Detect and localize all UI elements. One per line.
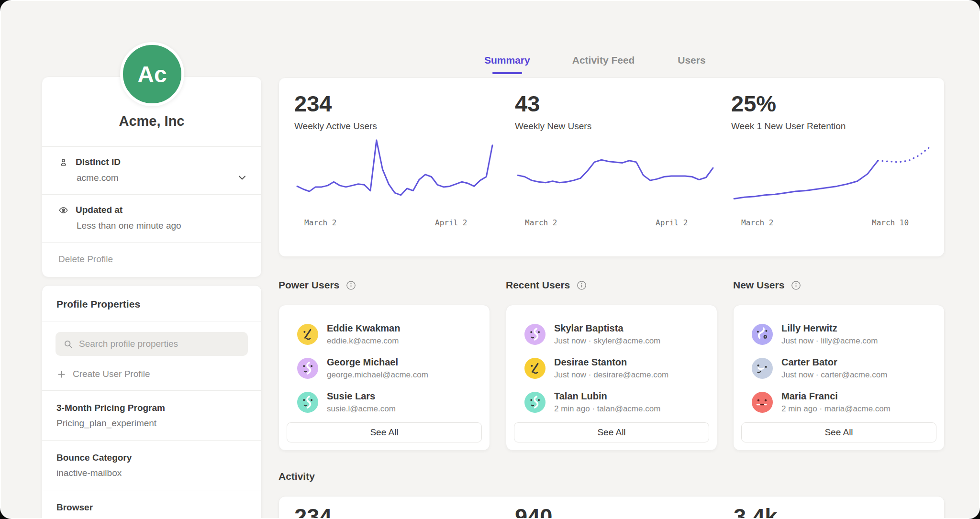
stat-label: Week 1 New User Retention (731, 121, 932, 132)
x-tick: March 10 (872, 218, 909, 227)
updated-at-value: Less than one minute ago (77, 221, 245, 231)
list-item[interactable]: Desirae Stanton Just now · desirare@acme… (524, 357, 699, 380)
user-avatar (752, 358, 773, 379)
property-row[interactable]: Bounce Category inactive-mailbox (42, 441, 261, 490)
property-name: Browser (56, 502, 247, 513)
stat-value: 25% (731, 90, 932, 117)
weekly-active-users-panel: 234 Weekly Active Users March 2 April 2 (294, 78, 495, 230)
stat-value: 234 (294, 90, 495, 117)
user-name: Skylar Baptista (554, 323, 660, 334)
company-avatar-initials: Ac (137, 61, 167, 88)
activity-stat: 3.4k (734, 503, 777, 519)
info-icon[interactable] (791, 280, 801, 290)
list-item[interactable]: Carter Bator Just now · carter@acme.com (752, 357, 926, 380)
user-avatar (524, 324, 546, 345)
x-tick: April 2 (656, 218, 688, 227)
retention-panel: 25% Week 1 New User Retention March 2 Ma… (731, 78, 932, 230)
x-tick: April 2 (435, 218, 467, 227)
summary-stats-card: 234 Weekly Active Users March 2 April 2 … (278, 77, 945, 257)
main-tabs: Summary Activity Feed Users (484, 55, 706, 74)
user-avatar (297, 324, 318, 345)
weekly-new-users-chart (515, 137, 716, 216)
new-users-card: Lilly Herwitz Just now · lilly@acme.com … (733, 305, 945, 451)
create-user-profile-button[interactable]: Create User Profile (42, 359, 261, 391)
see-all-button[interactable]: See All (741, 422, 936, 442)
person-icon (58, 157, 68, 167)
profile-properties-search[interactable] (56, 332, 248, 356)
activity-heading: Activity (278, 471, 315, 482)
user-subtitle: Just now · carter@acme.com (781, 370, 887, 380)
list-item[interactable]: Talan Lubin 2 min ago · talan@acme.com (524, 391, 699, 414)
user-name: George Michael (327, 357, 428, 368)
user-avatar (752, 392, 773, 413)
company-avatar: Ac (120, 42, 184, 106)
info-icon[interactable] (577, 280, 587, 290)
x-tick: March 2 (304, 218, 336, 227)
user-name: Carter Bator (781, 357, 887, 368)
distinct-id-value: acme.com (77, 173, 245, 183)
tab-users[interactable]: Users (677, 55, 706, 74)
create-user-profile-label: Create User Profile (73, 369, 150, 379)
user-avatar (752, 324, 773, 345)
user-name: Maria Franci (781, 391, 891, 402)
distinct-id-row: Distinct ID acme.com (42, 146, 261, 194)
activity-stat: 940 (515, 503, 552, 519)
updated-at-label: Updated at (76, 205, 122, 215)
stat-label: Weekly Active Users (294, 121, 495, 132)
property-name: 3-Month Pricing Program (56, 403, 247, 413)
weekly-new-users-panel: 43 Weekly New Users March 2 April 2 (515, 78, 716, 230)
app-window: Ac Acme, Inc Distinct ID acme.com (0, 0, 980, 519)
user-name: Desirae Stanton (554, 357, 668, 368)
list-item[interactable]: Eddie Kwakman eddie.k@acme.com (297, 323, 471, 346)
user-subtitle: 2 min ago · talan@acme.com (554, 404, 660, 414)
user-subtitle: susie.l@acme.com (327, 404, 396, 414)
chevron-down-icon[interactable] (236, 172, 248, 183)
tab-summary[interactable]: Summary (484, 55, 530, 74)
user-subtitle: Just now · desirare@acme.com (554, 370, 668, 380)
property-value: inactive-mailbox (56, 468, 247, 478)
user-name: Talan Lubin (554, 391, 660, 402)
x-axis: March 2 April 2 (515, 218, 716, 230)
list-item[interactable]: Susie Lars susie.l@acme.com (297, 391, 471, 414)
user-avatar (297, 392, 318, 413)
x-tick: March 2 (741, 218, 773, 227)
activity-card: 234 940 3.4k (278, 496, 945, 519)
x-tick: March 2 (525, 218, 557, 227)
recent-users-heading: Recent Users (506, 279, 587, 291)
see-all-button[interactable]: See All (514, 422, 709, 442)
power-users-heading: Power Users (278, 279, 356, 291)
search-icon (63, 339, 73, 349)
power-users-card: Eddie Kwakman eddie.k@acme.com George Mi… (278, 305, 490, 451)
user-avatar (297, 358, 318, 379)
property-value: Pricing_plan_experiment (56, 418, 247, 429)
eye-icon (58, 205, 68, 215)
search-input[interactable] (79, 339, 240, 349)
list-item[interactable]: Maria Franci 2 min ago · maria@acme.com (752, 391, 926, 414)
user-subtitle: Just now · skyler@acme.com (554, 336, 660, 346)
profile-card: Acme, Inc Distinct ID acme.com Updated a… (42, 77, 262, 277)
delete-profile-button[interactable]: Delete Profile (42, 242, 261, 277)
activity-stat: 234 (294, 503, 332, 519)
profile-properties-title: Profile Properties (42, 286, 261, 321)
user-subtitle: george.michael@acme.com (327, 370, 428, 380)
list-item[interactable]: Lilly Herwitz Just now · lilly@acme.com (752, 323, 926, 346)
list-item[interactable]: Skylar Baptista Just now · skyler@acme.c… (524, 323, 699, 346)
see-all-button[interactable]: See All (287, 422, 482, 442)
property-row[interactable]: 3-Month Pricing Program Pricing_plan_exp… (42, 391, 261, 441)
list-item[interactable]: George Michael george.michael@acme.com (297, 357, 471, 380)
stat-value: 43 (515, 90, 716, 117)
user-avatar (524, 392, 546, 413)
info-icon[interactable] (346, 280, 356, 290)
user-name: Lilly Herwitz (781, 323, 878, 334)
recent-users-card: Skylar Baptista Just now · skyler@acme.c… (506, 305, 717, 451)
tab-activity-feed[interactable]: Activity Feed (572, 55, 635, 74)
user-name: Eddie Kwakman (327, 323, 400, 334)
distinct-id-label: Distinct ID (76, 157, 121, 167)
property-name: Bounce Category (56, 453, 247, 463)
weekly-active-users-chart (294, 137, 495, 216)
property-row[interactable]: Browser Chrome (42, 490, 261, 519)
new-users-heading: New Users (733, 279, 801, 291)
user-avatar (524, 358, 546, 379)
x-axis: March 2 April 2 (294, 218, 495, 230)
user-subtitle: Just now · lilly@acme.com (781, 336, 878, 346)
